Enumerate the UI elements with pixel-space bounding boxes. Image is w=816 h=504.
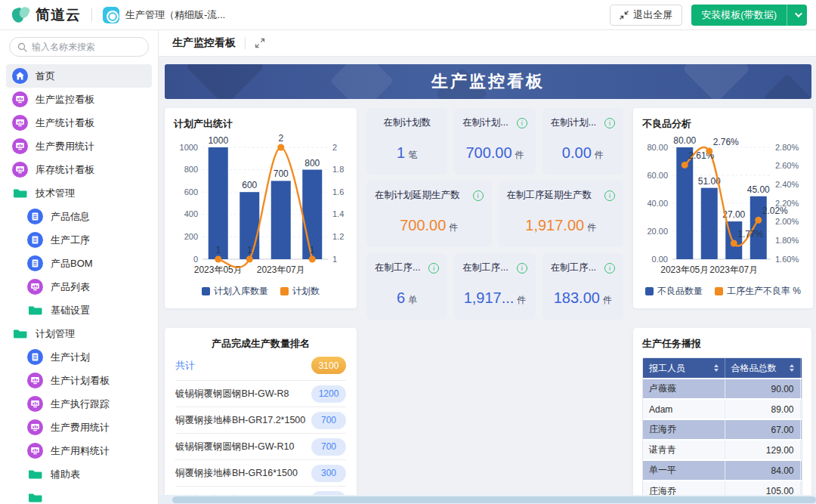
report-time: 2023-06 bbox=[800, 460, 802, 481]
info-icon[interactable]: i bbox=[604, 263, 615, 274]
sidebar-item-生产费用统计[interactable]: 生产费用统计 bbox=[6, 416, 152, 439]
sort-icon[interactable] bbox=[790, 364, 794, 372]
kpi-unit: 件 bbox=[449, 222, 458, 233]
column-header-报工人员[interactable]: 报工人员 bbox=[643, 358, 725, 379]
svg-text:2023年05月: 2023年05月 bbox=[194, 264, 243, 275]
kpi-unit: 单 bbox=[408, 295, 417, 305]
svg-text:2: 2 bbox=[332, 143, 337, 152]
kpi-card: 在制工序...i1,917...件 bbox=[454, 253, 535, 320]
sidebar-item-partial[interactable] bbox=[6, 486, 152, 504]
kpi-value: 6 bbox=[397, 289, 405, 306]
fullscreen-icon[interactable] bbox=[255, 38, 265, 48]
jiandaoyun-logo[interactable]: 简道云 bbox=[11, 5, 81, 25]
folder-icon bbox=[27, 302, 43, 318]
svg-text:200: 200 bbox=[184, 232, 198, 241]
svg-text:2.60%: 2.60% bbox=[775, 161, 799, 170]
sidebar-item-产品BOM[interactable]: 产品BOM bbox=[6, 252, 152, 275]
broadcast-title: 生产任务播报 bbox=[642, 337, 802, 351]
qualified-total: 129.00 bbox=[725, 440, 800, 460]
sort-icon[interactable] bbox=[714, 364, 719, 372]
sidebar-item-首页[interactable]: 首页 bbox=[6, 64, 152, 88]
kpi-unit: 件 bbox=[595, 150, 604, 160]
topbar: 简道云 生产管理（精细版-流... 退出全屏 安装模板(带数据) bbox=[0, 0, 816, 30]
info-icon[interactable]: i bbox=[604, 118, 615, 128]
sidebar-item-计划管理[interactable]: 计划管理 bbox=[6, 322, 152, 345]
install-template-button[interactable]: 安装模板(带数据) bbox=[691, 5, 807, 26]
install-dropdown-button[interactable] bbox=[787, 5, 807, 26]
exit-fullscreen-icon bbox=[620, 11, 629, 20]
svg-text:2.76%: 2.76% bbox=[713, 137, 739, 147]
chart-title: 不良品分析 bbox=[642, 117, 804, 131]
sidebar-item-产品列表[interactable]: 产品列表 bbox=[6, 275, 152, 298]
sidebar-item-生产监控看板[interactable]: 生产监控看板 bbox=[6, 88, 152, 111]
column-header-合格品总数[interactable]: 合格品总数 bbox=[725, 358, 800, 379]
sidebar-search[interactable] bbox=[9, 37, 149, 57]
info-icon[interactable]: i bbox=[517, 118, 527, 128]
svg-text:1.60%: 1.60% bbox=[775, 255, 799, 264]
svg-text:1: 1 bbox=[310, 245, 315, 255]
document-icon bbox=[27, 209, 43, 224]
svg-text:80.00: 80.00 bbox=[647, 143, 668, 152]
sidebar-item-技术管理[interactable]: 技术管理 bbox=[6, 181, 152, 205]
info-icon[interactable]: i bbox=[604, 190, 615, 201]
scrollbar-thumb[interactable] bbox=[172, 496, 816, 503]
legend-item[interactable]: 工序生产不良率 % bbox=[715, 285, 801, 298]
ranking-row: 镀锡铜覆钢圆钢BH-GW-R10700 bbox=[175, 434, 346, 460]
product-name: 铜覆钢接地棒BH-GR17.2*1500 bbox=[175, 414, 305, 427]
sidebar-item-生产计划[interactable]: 生产计划 bbox=[6, 345, 152, 369]
svg-text:2.00%: 2.00% bbox=[775, 217, 799, 226]
chart-title: 计划产出统计 bbox=[174, 117, 348, 131]
legend-item[interactable]: 计划数 bbox=[280, 285, 320, 298]
sidebar-item-生产工序[interactable]: 生产工序 bbox=[6, 228, 152, 252]
sidebar-item-生产用料统计[interactable]: 生产用料统计 bbox=[6, 439, 152, 462]
info-icon[interactable]: i bbox=[473, 190, 484, 201]
kpi-value: 1 bbox=[397, 144, 405, 161]
kpi-card: 在制计划...i0.00件 bbox=[542, 108, 623, 175]
sidebar-item-基础设置[interactable]: 基础设置 bbox=[6, 298, 152, 322]
svg-text:1.80%: 1.80% bbox=[775, 236, 799, 245]
kpi-label: 在制工序... bbox=[551, 261, 596, 274]
info-icon[interactable]: i bbox=[428, 263, 439, 274]
exit-fullscreen-button[interactable]: 退出全屏 bbox=[610, 5, 682, 26]
chevron-down-icon bbox=[794, 10, 802, 17]
sidebar-item-label: 生产执行跟踪 bbox=[51, 397, 110, 411]
sidebar-item-生产计划看板[interactable]: 生产计划看板 bbox=[6, 369, 152, 392]
svg-text:80.00: 80.00 bbox=[673, 135, 696, 146]
legend-item[interactable]: 不良品数量 bbox=[645, 285, 703, 298]
sidebar-item-生产执行跟踪[interactable]: 生产执行跟踪 bbox=[6, 392, 152, 416]
sidebar-item-产品信息[interactable]: 产品信息 bbox=[6, 205, 152, 228]
app-tab[interactable]: 生产管理（精细版-流... bbox=[103, 7, 225, 23]
report-time: 2023-06 bbox=[800, 399, 802, 419]
plan-output-chart-card: 计划产出统计 0200400600800100011.21.41.61.8210… bbox=[165, 108, 357, 308]
document-icon bbox=[27, 232, 43, 248]
svg-text:1000: 1000 bbox=[180, 143, 198, 152]
table-row: 谌青青129.002023-06 bbox=[643, 440, 802, 460]
table-row: 卢薇薇90.002023-06 bbox=[643, 379, 802, 399]
svg-text:2: 2 bbox=[278, 133, 283, 144]
dashboard-icon bbox=[12, 115, 28, 131]
sidebar-item-生产统计看板[interactable]: 生产统计看板 bbox=[6, 111, 152, 135]
sidebar-item-辅助表[interactable]: 辅助表 bbox=[6, 462, 152, 486]
svg-text:1.2: 1.2 bbox=[332, 232, 344, 241]
report-time: 2023-06 bbox=[800, 379, 802, 399]
sidebar-item-label: 生产计划看板 bbox=[51, 374, 110, 388]
sidebar-item-生产费用统计[interactable]: 生产费用统计 bbox=[6, 135, 152, 158]
product-name: 镀锡铜覆钢圆钢BH-GW-R8 bbox=[175, 388, 289, 400]
sidebar-item-库存统计看板[interactable]: 库存统计看板 bbox=[6, 158, 152, 181]
info-icon[interactable]: i bbox=[517, 263, 527, 274]
column-header-报工时间[interactable]: 报工时间 bbox=[800, 358, 802, 379]
svg-text:400: 400 bbox=[184, 209, 198, 218]
erp-app-icon bbox=[103, 7, 119, 23]
sidebar-item-label: 生产监控看板 bbox=[36, 93, 94, 107]
svg-text:700: 700 bbox=[274, 169, 289, 179]
svg-text:0: 0 bbox=[193, 255, 198, 264]
kpi-value: 700.00 bbox=[465, 144, 512, 161]
svg-text:60.00: 60.00 bbox=[647, 171, 668, 180]
search-input[interactable] bbox=[32, 42, 141, 52]
svg-text:1.8: 1.8 bbox=[332, 165, 344, 174]
legend-item[interactable]: 计划入库数量 bbox=[202, 285, 268, 298]
kpi-unit: 笔 bbox=[408, 150, 417, 160]
kpi-card: 在制工序...i183.00件 bbox=[542, 253, 623, 320]
document-icon bbox=[27, 255, 43, 271]
kpi-unit: 件 bbox=[587, 222, 596, 233]
